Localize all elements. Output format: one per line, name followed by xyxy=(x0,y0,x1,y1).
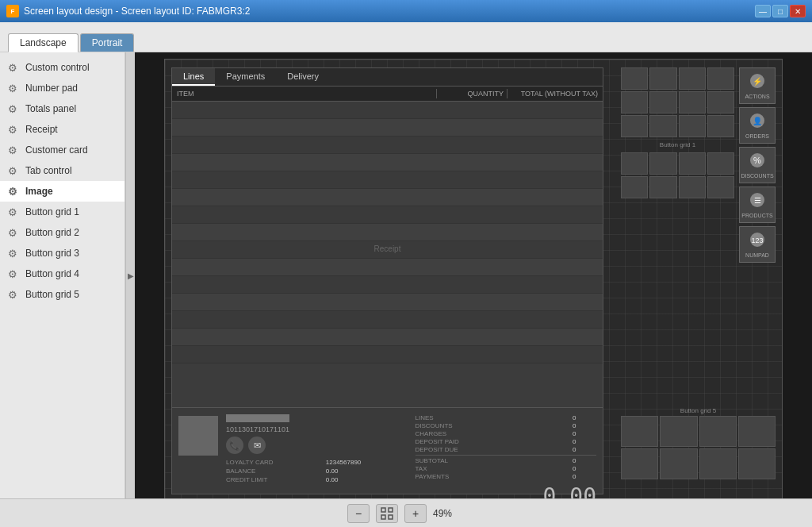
receipt-tab-delivery[interactable]: Delivery xyxy=(276,68,330,86)
balance-label: BALANCE xyxy=(226,467,320,475)
table-row xyxy=(172,206,603,224)
grid-cell[interactable] xyxy=(707,115,734,137)
button-grid-1-label: Button grid 1 xyxy=(621,141,734,148)
numpad-button[interactable]: 123 NUMPAD xyxy=(739,226,776,263)
orders-button[interactable]: 👤 ORDERS xyxy=(739,107,776,144)
bottom-cell[interactable] xyxy=(660,416,697,447)
grid-cell[interactable] xyxy=(679,152,706,175)
sidebar-item-button-grid-4[interactable]: ⚙ Button grid 4 xyxy=(0,264,124,284)
grid-cell[interactable] xyxy=(621,115,648,137)
receipt-tab-payments[interactable]: Payments xyxy=(215,68,276,86)
table-row xyxy=(172,137,603,154)
receipt-rows xyxy=(172,102,603,364)
grid-cell[interactable] xyxy=(621,67,648,90)
actions-button[interactable]: ⚡ ACTIONS xyxy=(739,67,776,104)
zoom-fit-button[interactable] xyxy=(376,504,398,523)
grid-cell[interactable] xyxy=(707,152,734,175)
gear-icon-3: ⚙ xyxy=(8,103,19,114)
sidebar-item-receipt[interactable]: ⚙ Receipt xyxy=(0,119,124,140)
bottom-cell[interactable] xyxy=(699,416,737,447)
customer-phone-button[interactable]: 📞 xyxy=(226,437,243,454)
zoom-out-button[interactable]: − xyxy=(347,504,370,523)
discounts-label: DISCOUNTS xyxy=(416,422,573,429)
summary-section: LINES 0 DISCOUNTS 0 CHARGES 0 DEPOSIT PA… xyxy=(416,414,597,487)
grid-cell[interactable] xyxy=(621,176,648,198)
svg-text:%: % xyxy=(753,156,761,165)
zoom-level: 49% xyxy=(433,508,465,519)
discounts-button[interactable]: % DISCOUNTS xyxy=(739,147,776,183)
grid-cell[interactable] xyxy=(707,176,734,198)
receipt-tab-lines[interactable]: Lines xyxy=(172,68,215,86)
tab-landscape[interactable]: Landscape xyxy=(8,33,79,52)
grid-cell[interactable] xyxy=(679,67,706,90)
orders-label: ORDERS xyxy=(745,133,769,139)
grid-cell[interactable] xyxy=(679,91,706,113)
minimize-button[interactable]: — xyxy=(755,5,771,17)
grid-cell[interactable] xyxy=(649,152,676,175)
table-row xyxy=(172,294,603,311)
lines-value: 0 xyxy=(573,414,596,421)
window-title: Screen layout design - Screen layout ID:… xyxy=(24,6,250,17)
gear-icon-4: ⚙ xyxy=(8,124,19,135)
products-button[interactable]: ☰ PRODUCTS xyxy=(739,187,776,223)
grid-cell[interactable] xyxy=(649,91,676,113)
zoom-bar: − + 49% xyxy=(0,498,812,527)
maximize-button[interactable]: □ xyxy=(772,5,788,17)
bottom-cell[interactable] xyxy=(699,448,737,479)
sidebar-label-image: Image xyxy=(25,186,53,197)
sidebar-item-customer-card[interactable]: ⚙ Customer card xyxy=(0,140,124,160)
grid-cell[interactable] xyxy=(621,152,648,175)
sidebar-item-custom-control[interactable]: ⚙ Custom control xyxy=(0,57,124,78)
grid-cell[interactable] xyxy=(649,115,676,137)
table-row xyxy=(172,102,603,119)
customer-info: 1011301710171101 📞 ✉ LOYALTY CARD 123456… xyxy=(226,414,408,487)
sidebar-label-button-grid-3: Button grid 3 xyxy=(25,248,79,259)
title-left: F Screen layout design - Screen layout I… xyxy=(6,5,250,17)
charges-value: 0 xyxy=(573,430,596,437)
grid-cell[interactable] xyxy=(649,67,676,90)
sidebar-item-number-pad[interactable]: ⚙ Number pad xyxy=(0,78,124,98)
table-row xyxy=(172,119,603,137)
products-label: PRODUCTS xyxy=(741,213,772,218)
tab-portrait[interactable]: Portrait xyxy=(80,33,135,52)
button-grid-top xyxy=(621,67,734,137)
button-grid-area: Button grid 1 xyxy=(621,67,734,429)
credit-limit-value: 0.00 xyxy=(326,476,408,483)
bottom-cell[interactable] xyxy=(621,416,658,447)
actions-icon: ⚡ xyxy=(749,73,765,92)
table-row xyxy=(172,276,603,294)
bottom-cell[interactable] xyxy=(738,416,776,447)
sidebar-item-button-grid-5[interactable]: ⚙ Button grid 5 xyxy=(0,284,124,305)
gear-icon-2: ⚙ xyxy=(8,83,19,94)
sidebar-item-button-grid-1[interactable]: ⚙ Button grid 1 xyxy=(0,202,124,222)
actions-label: ACTIONS xyxy=(745,94,769,99)
sidebar-item-button-grid-3[interactable]: ⚙ Button grid 3 xyxy=(0,243,124,264)
bottom-cell[interactable] xyxy=(738,448,776,479)
grid-cell[interactable] xyxy=(707,67,734,90)
customer-email-button[interactable]: ✉ xyxy=(248,437,266,454)
gear-icon-10: ⚙ xyxy=(8,248,19,259)
table-row xyxy=(172,224,603,241)
sidebar-item-totals-panel[interactable]: ⚙ Totals panel xyxy=(0,98,124,119)
close-button[interactable]: ✕ xyxy=(790,5,806,17)
zoom-in-button[interactable]: + xyxy=(404,504,427,523)
loyalty-card-value: 1234567890 xyxy=(326,459,408,466)
customer-name xyxy=(226,414,289,422)
grid-cell[interactable] xyxy=(649,176,676,198)
svg-rect-12 xyxy=(381,508,385,512)
customer-card-panel: 1011301710171101 📞 ✉ LOYALTY CARD 123456… xyxy=(171,407,603,494)
grid-cell[interactable] xyxy=(707,91,734,113)
sidebar-collapse-handle[interactable]: ▶ xyxy=(125,52,135,498)
discounts-label: DISCOUNTS xyxy=(741,173,773,179)
grid-cell[interactable] xyxy=(679,176,706,198)
grid-cell[interactable] xyxy=(679,115,706,137)
tax-label: TAX xyxy=(416,465,573,472)
bottom-cell[interactable] xyxy=(621,448,658,479)
titlebar: F Screen layout design - Screen layout I… xyxy=(0,0,812,22)
sidebar-item-button-grid-2[interactable]: ⚙ Button grid 2 xyxy=(0,222,124,243)
sidebar-item-tab-control[interactable]: ⚙ Tab control xyxy=(0,160,124,181)
sidebar-item-image[interactable]: ⚙ Image xyxy=(0,181,124,202)
grid-cell[interactable] xyxy=(621,91,648,113)
deposit-due-value: 0 xyxy=(573,446,596,453)
bottom-cell[interactable] xyxy=(660,448,697,479)
